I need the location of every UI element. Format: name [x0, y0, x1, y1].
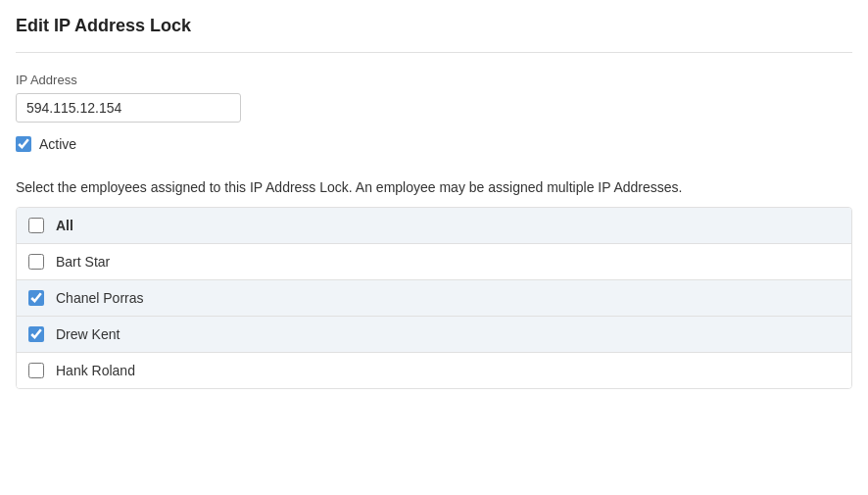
employee-name-chanel-porras: Chanel Porras [56, 290, 144, 306]
instruction-text: Select the employees assigned to this IP… [16, 179, 852, 195]
employee-row: Drew Kent [17, 317, 851, 353]
active-checkbox[interactable] [16, 136, 31, 152]
employee-checkbox-hank-roland[interactable] [28, 363, 44, 378]
active-checkbox-row: Active [16, 136, 852, 152]
employee-checkbox-chanel-porras[interactable] [28, 290, 44, 306]
active-label: Active [39, 136, 76, 152]
employee-checkbox-bart-star[interactable] [28, 254, 44, 270]
employee-checkbox-drew-kent[interactable] [28, 326, 44, 342]
employee-name-drew-kent: Drew Kent [56, 326, 120, 342]
ip-address-field-group: IP Address [16, 73, 852, 123]
employee-row: Bart Star [17, 244, 851, 280]
employee-name-hank-roland: Hank Roland [56, 363, 135, 378]
ip-address-label: IP Address [16, 73, 852, 87]
ip-address-input[interactable] [16, 93, 241, 123]
page-title: Edit IP Address Lock [16, 16, 852, 53]
employee-row: Chanel Porras [17, 280, 851, 317]
employee-row: All [17, 208, 851, 244]
employee-list: AllBart StarChanel PorrasDrew KentHank R… [16, 207, 852, 389]
employee-name-bart-star: Bart Star [56, 254, 110, 270]
page-container: Edit IP Address Lock IP Address Active S… [0, 0, 868, 405]
employee-row: Hank Roland [17, 353, 851, 388]
employee-name-all: All [56, 218, 73, 233]
employee-checkbox-all[interactable] [28, 218, 44, 233]
